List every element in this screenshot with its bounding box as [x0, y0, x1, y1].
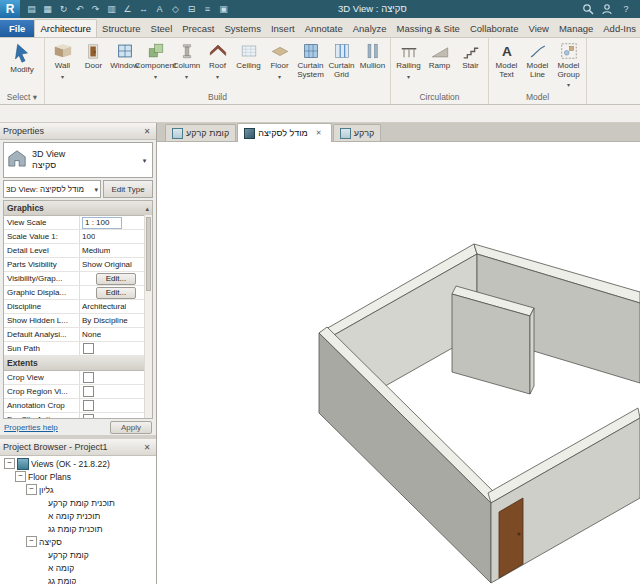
- roof-button[interactable]: Roof: [202, 39, 233, 91]
- aligned-dimension-icon[interactable]: ↔: [137, 2, 150, 16]
- railing-button[interactable]: Railing: [393, 39, 424, 91]
- crop-region-visible-checkbox[interactable]: [83, 386, 94, 397]
- wall-button[interactable]: Wall: [47, 39, 78, 91]
- section-icon[interactable]: ⊟: [185, 2, 198, 16]
- ribbon-tab-addins[interactable]: Add-Ins: [598, 20, 640, 37]
- ribbon-tab-massing-site[interactable]: Massing & Site: [392, 20, 465, 37]
- column-button[interactable]: Column: [171, 39, 202, 91]
- sync-icon[interactable]: ↻: [57, 2, 70, 16]
- type-selector[interactable]: 3D View סקיצה: [3, 142, 153, 178]
- tree-item-plan-floor-a[interactable]: תוכנית קומה א: [0, 509, 156, 522]
- curtain-system-button[interactable]: Curtain System: [295, 39, 326, 91]
- properties-help-link[interactable]: Properties help: [4, 423, 58, 432]
- sun-path-checkbox[interactable]: [83, 343, 94, 354]
- collapse-expander-icon[interactable]: [4, 458, 15, 469]
- switch-windows-icon[interactable]: ▣: [217, 2, 230, 16]
- tree-item-roof-floor[interactable]: קומת גג: [0, 574, 156, 584]
- model-text-button[interactable]: AModel Text: [491, 39, 522, 91]
- ramp-button[interactable]: Ramp: [424, 39, 455, 91]
- mullion-button[interactable]: Mullion: [357, 39, 388, 91]
- text-icon[interactable]: A: [153, 2, 166, 16]
- tree-item-ground-floor[interactable]: קומת קרקע: [0, 548, 156, 561]
- collapse-expander-icon[interactable]: [26, 536, 37, 547]
- tree-item-plan-ground-floor[interactable]: תוכנית קומת קרקע: [0, 496, 156, 509]
- section-header-extents[interactable]: Extents: [4, 356, 152, 371]
- modify-button[interactable]: Modify: [2, 39, 42, 91]
- panel-label-model[interactable]: Model: [491, 91, 584, 104]
- discipline-value[interactable]: Architectural: [82, 302, 126, 311]
- save-icon[interactable]: ▦: [41, 2, 54, 16]
- stair-button[interactable]: Stair: [455, 39, 486, 91]
- detail-level-value[interactable]: Medium: [82, 246, 110, 255]
- scrollbar-thumb[interactable]: [146, 217, 151, 291]
- close-properties-icon[interactable]: [141, 127, 153, 136]
- panel-label-circulation[interactable]: Circulation: [393, 91, 486, 104]
- ribbon-tab-systems[interactable]: Systems: [219, 20, 265, 37]
- view-tab-sketch-model[interactable]: מודל לסקיצה: [237, 123, 332, 142]
- ribbon-tab-view[interactable]: View: [524, 20, 554, 37]
- scale-value-value[interactable]: 100: [82, 232, 95, 241]
- tree-item-floor-plans[interactable]: Floor Plans: [0, 470, 156, 483]
- annotation-crop-checkbox[interactable]: [83, 400, 94, 411]
- panel-label-select[interactable]: Select ▾: [2, 91, 42, 104]
- prop-row-crop-region-visible: Crop Region Vi...: [4, 385, 152, 399]
- tree-item-floor-a[interactable]: קומה א: [0, 561, 156, 574]
- apply-button[interactable]: Apply: [110, 421, 152, 434]
- ribbon-tab-annotate[interactable]: Annotate: [300, 20, 348, 37]
- collapse-expander-icon[interactable]: [15, 471, 26, 482]
- close-project-browser-icon[interactable]: [141, 443, 153, 452]
- parts-visibility-value[interactable]: Show Original: [82, 260, 132, 269]
- ribbon-tab-architecture[interactable]: Architecture: [34, 19, 97, 37]
- ceiling-button[interactable]: Ceiling: [233, 39, 264, 91]
- default-3d-view-icon[interactable]: ◇: [169, 2, 182, 16]
- ribbon-tab-precast[interactable]: Precast: [177, 20, 219, 37]
- component-button[interactable]: Component: [140, 39, 171, 91]
- ribbon-tab-insert[interactable]: Insert: [266, 20, 300, 37]
- visibility-graphics-button[interactable]: Edit...: [96, 273, 136, 285]
- help-icon[interactable]: ?: [620, 3, 632, 15]
- open-icon[interactable]: ▤: [25, 2, 38, 16]
- type-selector-dropdown-icon[interactable]: [138, 155, 151, 165]
- ribbon-tab-structure[interactable]: Structure: [97, 20, 146, 37]
- view-tab-ground[interactable]: קרקע: [333, 124, 382, 141]
- collapse-expander-icon[interactable]: [26, 484, 37, 495]
- crop-view-checkbox[interactable]: [83, 372, 94, 383]
- show-hidden-lines-value[interactable]: By Discipline: [82, 316, 128, 325]
- panel-label-build[interactable]: Build: [47, 91, 388, 104]
- default-analysis-value[interactable]: None: [82, 330, 101, 339]
- measure-icon[interactable]: ∠: [121, 2, 134, 16]
- ribbon-tab-manage[interactable]: Manage: [554, 20, 598, 37]
- far-clip-active-checkbox[interactable]: [83, 414, 94, 419]
- thin-lines-icon[interactable]: ≡: [201, 2, 214, 16]
- collapse-icon[interactable]: [145, 203, 149, 213]
- model-group-button[interactable]: Model Group: [553, 39, 584, 91]
- floor-button[interactable]: Floor: [264, 39, 295, 91]
- ribbon-tab-collaborate[interactable]: Collaborate: [465, 20, 524, 37]
- ribbon-tab-row: FileArchitectureStructureSteelPrecastSys…: [0, 18, 640, 38]
- search-icon[interactable]: [582, 3, 594, 15]
- close-view-icon[interactable]: [313, 129, 325, 137]
- app-menu-button[interactable]: R: [0, 0, 20, 18]
- tree-item-plan-roof-floor[interactable]: תוכנית קומת גג: [0, 522, 156, 535]
- view-scale-value[interactable]: 1 : 100: [82, 217, 122, 229]
- properties-scrollbar[interactable]: [144, 215, 152, 418]
- signin-icon[interactable]: [601, 3, 613, 15]
- ribbon-tab-file[interactable]: File: [0, 20, 34, 37]
- tree-item-gilion[interactable]: גליון: [0, 483, 156, 496]
- drawing-area[interactable]: [157, 142, 640, 584]
- section-header-graphics[interactable]: Graphics: [4, 201, 152, 216]
- tree-item-sketch[interactable]: סקיצה: [0, 535, 156, 548]
- model-line-button[interactable]: Model Line: [522, 39, 553, 91]
- curtain-grid-button[interactable]: Curtain Grid: [326, 39, 357, 91]
- tree-item-views-root[interactable]: Views (OK - 21.8.22): [0, 457, 156, 470]
- view-tab-ground-floor-plan[interactable]: קומת קרקע: [165, 124, 236, 141]
- graphic-display-button[interactable]: Edit...: [96, 287, 136, 299]
- door-button[interactable]: Door: [78, 39, 109, 91]
- ribbon-tab-analyze[interactable]: Analyze: [348, 20, 392, 37]
- views-combo[interactable]: 3D View: מודל לסקיצה: [3, 180, 101, 198]
- edit-type-button[interactable]: Edit Type: [103, 180, 153, 198]
- redo-icon[interactable]: ↷: [89, 2, 102, 16]
- undo-icon[interactable]: ↶: [73, 2, 86, 16]
- print-icon[interactable]: ▥: [105, 2, 118, 16]
- ribbon-tab-steel[interactable]: Steel: [146, 20, 178, 37]
